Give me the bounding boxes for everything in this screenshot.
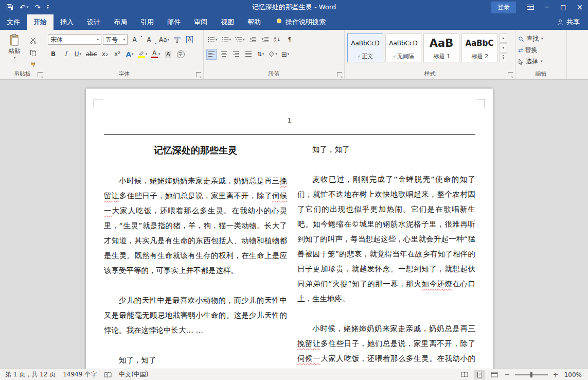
show-hide-marks-button[interactable]: ¶ [284,34,295,45]
language-indicator[interactable]: 中文(中国) [119,370,148,379]
tab-review[interactable]: 审阅 [187,14,214,30]
document-area[interactable]: 1 记忆深处的那些生灵小时候，姥姥婶奶奶来家走亲戚，奶奶总是再三挽留让多住些日子… [0,80,588,369]
font-color-button[interactable]: A ▾ [150,49,162,60]
web-layout-button[interactable] [489,370,500,379]
change-case-button[interactable]: Aa ▾ [158,34,170,45]
share-button[interactable]: 共享 [557,14,580,30]
replace-button[interactable]: ⇄ 替换 [518,45,564,55]
align-center-button[interactable] [218,49,229,60]
ribbon-display-options-button[interactable] [522,0,539,14]
zoom-slider-thumb[interactable] [530,372,532,377]
tab-file[interactable]: 文件 [0,14,27,30]
minimize-button[interactable]: ─ [539,0,555,14]
strikethrough-button[interactable]: abc [85,49,98,60]
title-bar: ↶ ▾ ↷ ▾ 记忆深处的那些生灵 - Word 登录 ─ □ × [0,0,588,14]
copy-button[interactable] [28,47,39,58]
zoom-in-button[interactable]: + [553,371,559,378]
style-no-spacing[interactable]: AaBbCcD ↲ 无间隔 [385,33,421,62]
close-button[interactable]: × [572,0,588,14]
cut-button[interactable] [28,35,39,45]
find-button[interactable]: 查找 ▾ [518,34,564,44]
proofing-book-icon [104,372,112,378]
zoom-level[interactable]: 100% [563,371,582,378]
zoom-out-button[interactable]: − [504,371,510,378]
paragraph[interactable]: 知了，知了 [104,353,287,368]
decrease-indent-button[interactable] [247,34,258,45]
character-shading-button[interactable]: A [163,49,174,60]
document-title[interactable]: 记忆深处的那些生灵 [104,142,287,159]
italic-button[interactable]: I [60,49,71,60]
paragraph[interactable]: 知了，知了 [297,142,475,157]
maximize-button[interactable]: □ [555,0,572,14]
style-normal[interactable]: AaBbCcD ↲ 正文 [347,33,383,62]
tab-design[interactable]: 设计 [80,14,107,30]
clipboard-dialog-launcher[interactable] [38,72,43,77]
align-left-button[interactable] [206,49,217,60]
customize-qat-button[interactable]: ▾ [47,5,49,10]
styles-scroll-down-button[interactable]: ▾ [500,43,507,53]
font-name-combo[interactable]: 宋体 ▾ [48,34,101,45]
word-count[interactable]: 14949 个字 [63,370,97,379]
bullets-button[interactable]: ▾ [206,34,219,45]
borders-button[interactable]: ⊞ ▾ [280,49,291,60]
shading-button[interactable]: ▾ [268,49,278,60]
style-heading-2[interactable]: AaBbC 标题 2 [461,33,497,62]
text-effects-button[interactable]: A ▾ [124,49,135,60]
save-button[interactable] [6,4,13,11]
increase-indent-button[interactable] [260,34,271,45]
tell-me-search[interactable]: 操作说明搜索 [276,14,326,30]
paragraph[interactable]: 麦收已过，刚刚完成了“金蝉脱壳”使命的知了们，就忙不迭地在树上欢快地歌唱起来，整… [297,172,475,306]
subscript-button[interactable]: x₂ [100,49,111,60]
style-heading-1[interactable]: AaB 标题 1 [423,33,459,62]
styles-dialog-launcher[interactable] [508,72,513,77]
select-button[interactable]: 选择 ▾ [518,57,564,66]
format-painter-button[interactable] [28,60,39,70]
text-column-left[interactable]: 记忆深处的那些生灵小时候，姥姥婶奶奶来家走亲戚，奶奶总是再三挽留让多住些日子，她… [104,142,287,368]
tab-references[interactable]: 引用 [134,14,161,30]
tab-layout[interactable]: 布局 [107,14,134,30]
underline-button[interactable]: U ▾ [73,49,83,60]
line-spacing-button[interactable]: ⇅ ▾ [255,49,266,60]
undo-button[interactable]: ↶ ▾ [20,4,28,11]
redo-button[interactable]: ↷ [34,4,41,11]
styles-more-button[interactable]: ▾ [500,53,507,62]
chevron-down-icon: ▾ [80,53,82,56]
justify-button[interactable] [243,49,254,60]
paste-button[interactable]: 粘贴 ▾ [3,32,26,70]
pinyin-guide-button[interactable]: wén 文 [172,34,183,45]
enclose-characters-button[interactable]: 字 [175,49,186,60]
paragraph[interactable]: 少儿的天性中是最喜欢小动物的，而少儿的天性中又是最能毫无顾忌地戕害弱小生命的。这… [104,293,287,338]
text-column-right[interactable]: 知了，知了麦收已过，刚刚完成了“金蝉脱壳”使命的知了们，就忙不迭地在树上欢快地歌… [297,142,475,369]
tab-home[interactable]: 开始 [27,14,54,30]
paragraph[interactable]: 小时候，姥姥婶奶奶来家走亲戚，奶奶总是再三挽留让多住些日子，她们总是说，家里离不… [104,174,287,278]
align-right-button[interactable] [230,49,241,60]
paragraph-dialog-launcher[interactable] [337,72,342,77]
tab-view[interactable]: 视图 [214,14,241,30]
zoom-slider[interactable] [515,374,548,375]
multilevel-list-button[interactable]: ▾ [234,34,246,45]
tab-mailings[interactable]: 邮件 [161,14,187,30]
chevron-down-icon: ▾ [146,53,148,56]
page[interactable]: 1 记忆深处的那些生灵小时候，姥姥婶奶奶来家走亲戚，奶奶总是再三挽留让多住些日子… [86,89,493,369]
proofing-status[interactable] [104,372,112,378]
numbering-button[interactable]: ▾ [220,34,233,45]
grow-font-button[interactable]: A [129,34,142,45]
character-border-button[interactable]: A [184,34,195,45]
shrink-font-button[interactable]: A [144,34,156,45]
page-indicator[interactable]: 第 1 页，共 12 页 [5,370,56,379]
tab-insert[interactable]: 插入 [54,14,80,30]
login-button[interactable]: 登录 [491,2,516,13]
styles-scroll-up-button[interactable]: ▴ [500,33,507,43]
sort-button[interactable]: A Z ↓ [272,34,283,45]
chevron-down-icon: ▾ [132,53,134,56]
paragraph[interactable]: 小时候，姥姥婶奶奶来家走亲戚，奶奶总是再三挽留让多住些日子，她们总是说，家里离不… [297,321,475,369]
print-layout-button[interactable] [474,370,485,379]
read-mode-button[interactable] [459,370,470,379]
font-size-combo[interactable]: 五号 ▾ [103,34,128,45]
superscript-button[interactable]: x² [112,49,123,60]
tab-help[interactable]: 帮助 [241,14,268,30]
font-dialog-launcher[interactable] [196,72,201,77]
bold-button[interactable]: B [48,49,59,60]
text-highlight-button[interactable]: ▾ [137,49,149,60]
save-icon [6,4,13,11]
